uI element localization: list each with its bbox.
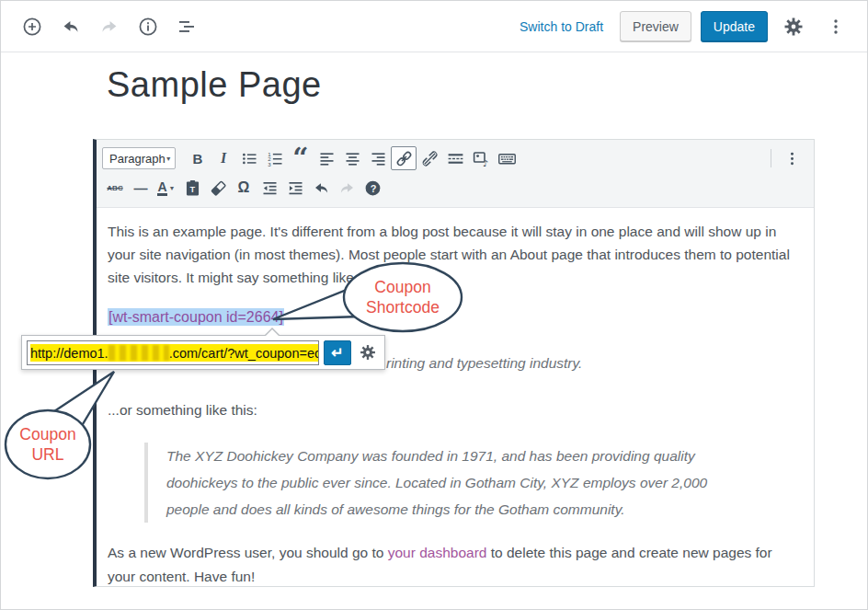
- align-right-icon: [369, 149, 388, 168]
- header-right-tools: Switch to Draft Preview Update: [520, 10, 852, 43]
- callout-line: Shortcode: [344, 297, 462, 317]
- special-character-button[interactable]: Ω: [231, 176, 257, 200]
- editor-window: Switch to Draft Preview Update Sample Pa…: [0, 0, 868, 610]
- info-icon: [137, 16, 159, 38]
- callout-line: Coupon: [6, 424, 90, 444]
- strikethrough-button[interactable]: ABC: [102, 176, 128, 200]
- blockquote-button[interactable]: “: [288, 146, 314, 170]
- redo-icon: [337, 178, 357, 198]
- chevron-down-icon: ▼: [169, 185, 176, 191]
- coupon-url-callout: Coupon URL: [3, 364, 131, 482]
- add-media-icon: [472, 149, 491, 168]
- coupon-shortcode-text[interactable]: [wt-smart-coupon id=2664]: [108, 308, 284, 326]
- callout-text: Coupon URL: [6, 424, 90, 465]
- outline-icon: [176, 16, 198, 38]
- editor-header: Switch to Draft Preview Update: [1, 1, 867, 52]
- xyz-blockquote: The XYZ Doohickey Company was founded in…: [144, 443, 740, 523]
- link-url-input[interactable]: http://demo1..com/cart/?wt_coupon=eos50: [27, 340, 319, 365]
- link-settings-button[interactable]: [356, 340, 380, 364]
- update-button[interactable]: Update: [701, 11, 768, 41]
- plus-circle-icon: [21, 16, 43, 38]
- insert-link-button[interactable]: [391, 146, 417, 170]
- bullet-list-button[interactable]: [236, 146, 262, 170]
- paste-as-text-button[interactable]: [179, 176, 205, 200]
- paragraph-style-select[interactable]: Paragraph ▼: [102, 147, 176, 169]
- url-text: http://demo1..com/cart/?wt_coupon=eos50: [30, 344, 319, 362]
- undo-icon: [312, 178, 331, 198]
- switch-to-draft-link[interactable]: Switch to Draft: [520, 19, 603, 34]
- text-color-button[interactable]: A▼: [154, 176, 179, 200]
- numbered-list-button[interactable]: [262, 146, 288, 170]
- remove-link-button[interactable]: [417, 146, 442, 170]
- help-icon: [363, 178, 383, 198]
- gear-icon: [782, 16, 805, 38]
- redo-button[interactable]: [93, 10, 126, 43]
- bold-button[interactable]: B: [185, 146, 211, 170]
- page-title[interactable]: Sample Page: [107, 65, 322, 105]
- classic-toolbar: Paragraph ▼ B I “: [97, 140, 814, 208]
- apply-link-button[interactable]: ↵: [324, 340, 352, 365]
- text-color-letter: A: [157, 180, 166, 196]
- url-prefix: http://demo1.: [30, 346, 108, 361]
- kebab-icon: [825, 16, 847, 38]
- preview-button[interactable]: Preview: [620, 11, 691, 41]
- coupon-shortcode-callout: Coupon Shortcode: [266, 259, 466, 342]
- callout-line: Coupon: [344, 277, 462, 297]
- chevron-down-icon: ▼: [166, 155, 172, 162]
- undo-icon: [60, 16, 82, 38]
- toolbar-separator: [771, 149, 771, 167]
- align-center-icon: [343, 149, 362, 168]
- align-left-button[interactable]: [314, 146, 339, 170]
- block-navigation-button[interactable]: [170, 10, 203, 43]
- more-options-button[interactable]: [819, 10, 852, 43]
- clear-formatting-button[interactable]: [205, 176, 231, 200]
- clipboard-icon: [183, 178, 202, 198]
- bullet-list-icon: [240, 149, 259, 168]
- align-center-button[interactable]: [339, 146, 365, 170]
- undo-button[interactable]: [308, 176, 334, 200]
- paragraph-style-value: Paragraph: [109, 152, 166, 166]
- content-structure-button[interactable]: [131, 10, 165, 43]
- or-something-paragraph: ...or something like this:: [108, 398, 799, 421]
- outdent-icon: [260, 178, 280, 198]
- block-inserter-button[interactable]: [16, 10, 49, 43]
- more-tag-icon: [446, 149, 465, 168]
- undo-button[interactable]: [54, 10, 87, 43]
- callout-text: Coupon Shortcode: [344, 277, 462, 317]
- add-media-button[interactable]: [468, 146, 494, 170]
- eraser-icon: [209, 178, 228, 198]
- callout-line: URL: [6, 444, 90, 465]
- read-more-button[interactable]: [442, 146, 468, 170]
- redo-button[interactable]: [334, 176, 360, 200]
- toolbar-row-1: Paragraph ▼ B I “: [102, 144, 808, 173]
- numbered-list-icon: [266, 149, 285, 168]
- unlink-icon: [420, 149, 440, 168]
- redo-icon: [98, 16, 120, 38]
- closing-paragraph: As a new WordPress user, you should go t…: [108, 541, 799, 588]
- settings-button[interactable]: [777, 10, 810, 43]
- align-left-icon: [317, 149, 337, 168]
- url-suffix: .com/cart/?wt_coupon=eos50: [169, 346, 319, 361]
- closing-text-pre: As a new WordPress user, you should go t…: [108, 545, 388, 560]
- toolbar-toggle-button[interactable]: [494, 146, 520, 170]
- decrease-indent-button[interactable]: [257, 176, 282, 200]
- help-button[interactable]: [360, 176, 385, 200]
- italic-button[interactable]: I: [211, 146, 236, 170]
- keyboard-icon: [497, 149, 517, 168]
- editor-canvas: Sample Page Paragraph ▼ B I “: [1, 52, 868, 610]
- increase-indent-button[interactable]: [282, 176, 308, 200]
- link-icon: [394, 149, 414, 168]
- url-redacted-segment: [108, 345, 169, 361]
- your-dashboard-link[interactable]: your dashboard: [388, 545, 487, 560]
- indent-icon: [286, 178, 305, 198]
- toolbar-row-2: ABC — A▼ Ω: [102, 173, 808, 202]
- gear-icon: [359, 343, 377, 362]
- horizontal-rule-button[interactable]: —: [128, 176, 154, 200]
- header-left-tools: [16, 10, 203, 43]
- kebab-icon: [782, 149, 802, 168]
- align-right-button[interactable]: [365, 146, 391, 170]
- block-options-button[interactable]: [779, 146, 805, 170]
